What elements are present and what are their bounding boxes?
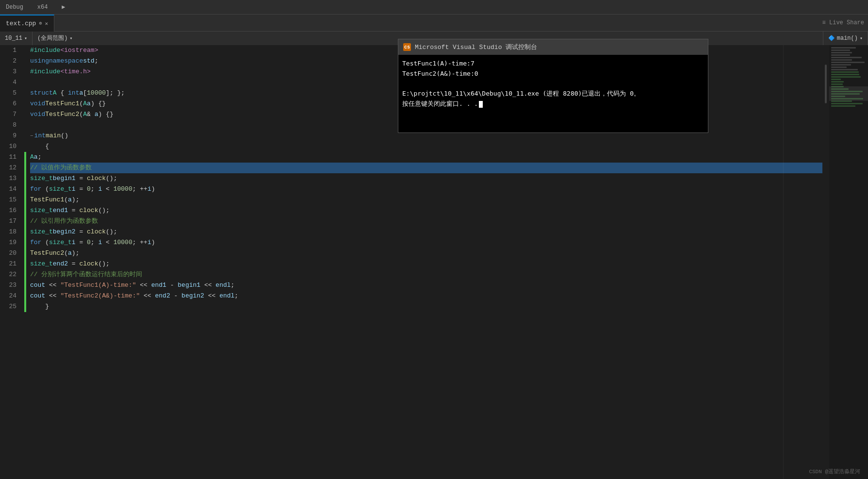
line-number: 20 bbox=[0, 248, 20, 259]
scrollbar-thumb[interactable] bbox=[825, 65, 827, 103]
scope-label: 10_11 bbox=[5, 35, 22, 42]
line-number: 8 bbox=[0, 120, 20, 131]
code-line: TestFunc2(a); bbox=[30, 248, 822, 259]
code-line: size_t begin1 = clock(); bbox=[30, 173, 822, 184]
line-number: 7 bbox=[0, 109, 20, 120]
function-dropdown-icon[interactable]: ▾ bbox=[860, 35, 863, 41]
function-label: main() bbox=[837, 35, 858, 42]
code-line: } bbox=[30, 301, 822, 312]
code-line: cout << "TestFunc2(A&)-time:" << end2 - … bbox=[30, 291, 822, 301]
console-line: E:\projtct\10_11\x64\Debug\10_11.exe (进程… bbox=[402, 89, 704, 99]
minimap-line bbox=[831, 76, 861, 78]
console-line: TestFunc1(A)-time:7 bbox=[402, 59, 704, 69]
line-number: 1 bbox=[0, 45, 20, 56]
console-title: Microsoft Visual Studio 调试控制台 bbox=[415, 43, 537, 51]
console-line bbox=[402, 79, 704, 89]
minimap-line bbox=[831, 79, 841, 80]
line-number: 13 bbox=[0, 173, 20, 184]
code-line: size_t end1 = clock(); bbox=[30, 205, 822, 216]
minimap-line bbox=[831, 64, 851, 66]
code-line: TestFunc1(a); bbox=[30, 195, 822, 205]
top-bar: Debug x64 ▶ bbox=[0, 0, 868, 15]
line-number: 15 bbox=[0, 195, 20, 205]
line-number: 4 bbox=[0, 77, 20, 88]
line-number: 5 bbox=[0, 88, 20, 99]
minimap bbox=[829, 45, 868, 479]
right-edge-line bbox=[783, 45, 784, 479]
code-line: size_t end2 = clock(); bbox=[30, 259, 822, 269]
console-panel: cs Microsoft Visual Studio 调试控制台 TestFun… bbox=[398, 39, 708, 133]
tab-close-button[interactable]: ✕ bbox=[45, 20, 48, 27]
line-number: 17 bbox=[0, 216, 20, 227]
watermark: CSDN @遥望浩淼星河 bbox=[809, 468, 860, 475]
minimap-highlight bbox=[829, 86, 868, 101]
console-line: 按任意键关闭此窗口. . . bbox=[402, 99, 704, 109]
minimap-line bbox=[831, 57, 862, 58]
minimap-line bbox=[831, 50, 850, 51]
console-icon: cs bbox=[403, 43, 411, 51]
minimap-line bbox=[831, 74, 859, 75]
line-number: 24 bbox=[0, 291, 20, 301]
file-tab[interactable]: text.cpp ⊕ ✕ bbox=[0, 15, 54, 32]
full-scope-label: (全局范围) bbox=[37, 34, 67, 42]
minimap-line bbox=[831, 59, 852, 61]
line-number: 22 bbox=[0, 269, 20, 280]
line-number: 9 bbox=[0, 131, 20, 141]
minimap-line bbox=[831, 47, 856, 49]
line-number: 12 bbox=[0, 163, 20, 173]
scrollbar[interactable] bbox=[822, 45, 829, 479]
code-line: // 分别计算两个函数运行结束后的时间 bbox=[30, 269, 822, 280]
code-line: for (size_t i = 0; i < 10000; ++i) bbox=[30, 184, 822, 195]
minimap-line bbox=[831, 66, 847, 68]
scope-segment[interactable]: 10_11 ▾ bbox=[0, 32, 33, 45]
line-number: 25 bbox=[0, 301, 20, 312]
line-number: 6 bbox=[0, 99, 20, 109]
minimap-line bbox=[831, 105, 855, 107]
line-number: 11 bbox=[0, 152, 20, 163]
line-number: 14 bbox=[0, 184, 20, 195]
line-number: 18 bbox=[0, 227, 20, 237]
code-line: // 以引用作为函数参数 bbox=[30, 216, 822, 227]
code-line: { bbox=[30, 141, 822, 152]
scope-dropdown-icon[interactable]: ▾ bbox=[24, 35, 27, 41]
line-number: 3 bbox=[0, 66, 20, 77]
line-numbers: 1234567891011121314151617181920212223242… bbox=[0, 45, 24, 479]
minimap-line bbox=[831, 83, 843, 85]
code-line: A a; bbox=[30, 152, 822, 163]
line-number: 21 bbox=[0, 259, 20, 269]
console-content: TestFunc1(A)-time:7TestFunc2(A&)-time:0 … bbox=[398, 55, 708, 132]
code-line: for (size_t i = 0; i < 10000; ++i) bbox=[30, 237, 822, 248]
minimap-line bbox=[831, 52, 852, 53]
minimap-line bbox=[831, 103, 863, 104]
console-title-bar: cs Microsoft Visual Studio 调试控制台 bbox=[398, 39, 708, 55]
line-number: 2 bbox=[0, 56, 20, 66]
minimap-line bbox=[831, 54, 850, 56]
code-line: cout << "TestFunc1(A)-time:" << end1 - b… bbox=[30, 280, 822, 291]
function-segment[interactable]: 🔷 main() ▾ bbox=[823, 32, 868, 45]
full-scope-dropdown-icon[interactable]: ▾ bbox=[69, 35, 72, 41]
minimap-line bbox=[831, 69, 858, 70]
code-line: // 以值作为函数参数 bbox=[30, 163, 822, 173]
tab-bar: text.cpp ⊕ ✕ ≡ Live Share bbox=[0, 15, 868, 32]
code-line: size_t begin2 = clock(); bbox=[30, 227, 822, 237]
console-icon-label: cs bbox=[404, 45, 410, 50]
minimap-line bbox=[831, 71, 859, 73]
file-tab-label: text.cpp bbox=[6, 20, 36, 27]
minimap-line bbox=[831, 62, 865, 63]
minimap-line bbox=[831, 81, 844, 83]
line-number: 19 bbox=[0, 237, 20, 248]
console-line: TestFunc2(A&)-time:0 bbox=[402, 69, 704, 79]
line-number: 23 bbox=[0, 280, 20, 291]
line-number: 10 bbox=[0, 141, 20, 152]
line-number: 16 bbox=[0, 205, 20, 216]
